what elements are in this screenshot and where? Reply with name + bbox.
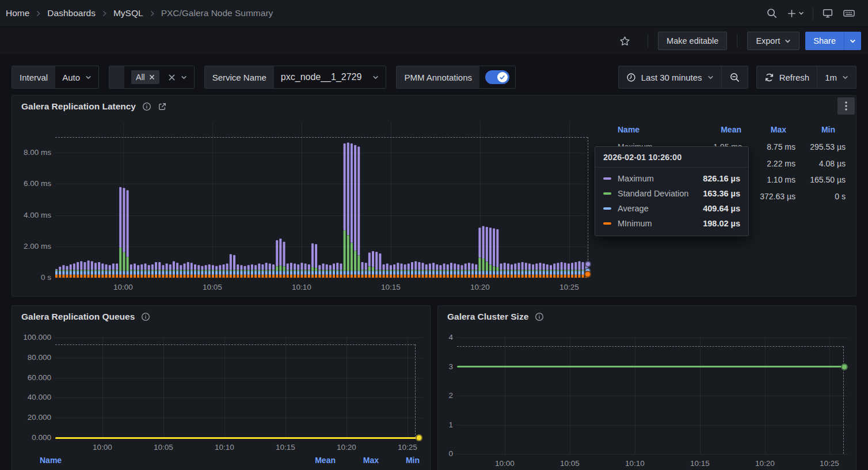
breadcrumb-item: PXC/Galera Node Summary bbox=[161, 8, 273, 18]
panel-title-text: Galera Replication Latency bbox=[21, 101, 136, 112]
x-tick-label: 10:10 bbox=[211, 443, 238, 452]
refresh-group: Refresh 1m bbox=[756, 66, 856, 89]
y-tick-label: 6.00 ms bbox=[12, 179, 51, 188]
star-icon[interactable] bbox=[614, 32, 635, 51]
crosshair-horizontal bbox=[457, 346, 843, 347]
gridline bbox=[347, 338, 347, 438]
variables-bar: Interval Auto All Service Name pxc_node_… bbox=[12, 66, 856, 89]
x-tick-label: 10:10 bbox=[288, 283, 315, 292]
chevron-down-icon bbox=[707, 74, 714, 81]
x-tick-label: 10:20 bbox=[333, 443, 360, 452]
legend-value: 295.53 µs bbox=[759, 142, 846, 151]
divider bbox=[813, 7, 813, 20]
tooltip-series-value: 409.64 µs bbox=[703, 204, 740, 213]
gridline bbox=[569, 122, 570, 278]
legend-value: 165.50 µs bbox=[759, 175, 846, 184]
clear-all-icon bbox=[168, 74, 176, 81]
crosshair-horizontal bbox=[55, 137, 588, 138]
service-name-filter: Service Name pxc_node__1_2729 bbox=[204, 66, 387, 89]
legend-header-min[interactable]: Min bbox=[351, 456, 420, 465]
refresh-interval-select[interactable]: 1m bbox=[817, 66, 856, 88]
x-tick-label: 10:00 bbox=[491, 459, 519, 468]
panel-title-text: Galera Replication Queues bbox=[21, 312, 135, 322]
breadcrumb-item[interactable]: Home bbox=[6, 8, 29, 18]
gridline bbox=[102, 338, 103, 438]
pmm-annotations-toggle[interactable] bbox=[485, 70, 509, 84]
gridline bbox=[224, 338, 225, 438]
gridline bbox=[765, 338, 766, 454]
gridline bbox=[457, 454, 848, 454]
chevron-right-icon bbox=[35, 10, 42, 17]
share-split-button: Share bbox=[805, 32, 861, 50]
gridline bbox=[302, 122, 302, 278]
time-range-picker[interactable]: Last 30 minutes bbox=[619, 66, 721, 88]
refresh-button[interactable]: Refresh bbox=[757, 66, 817, 88]
top-nav: HomeDashboardsMySQLPXC/Galera Node Summa… bbox=[0, 0, 868, 27]
kebab-menu-icon[interactable] bbox=[837, 97, 855, 115]
monitor-icon[interactable] bbox=[817, 4, 838, 22]
interval-select[interactable]: Auto bbox=[55, 66, 98, 88]
info-icon[interactable] bbox=[141, 312, 150, 321]
y-tick-label: 0 bbox=[438, 449, 453, 458]
cluster-label bbox=[109, 66, 124, 88]
make-editable-button[interactable]: Make editable bbox=[658, 32, 727, 50]
service-name-select[interactable]: pxc_node__1_2729 bbox=[274, 66, 386, 88]
keyboard-icon[interactable] bbox=[838, 4, 860, 22]
info-icon[interactable] bbox=[535, 312, 544, 321]
gridline bbox=[505, 338, 505, 454]
gridline bbox=[55, 378, 422, 378]
y-tick-label: 20.000 bbox=[12, 413, 51, 422]
check-icon bbox=[499, 74, 505, 81]
tooltip-series-label: Average bbox=[618, 204, 649, 213]
queues-chart-plot[interactable] bbox=[55, 338, 422, 438]
share-menu-button[interactable] bbox=[844, 32, 861, 50]
breadcrumb-item[interactable]: MySQL bbox=[113, 8, 143, 18]
y-tick-label: 4 bbox=[438, 333, 453, 342]
share-button[interactable]: Share bbox=[805, 32, 844, 50]
info-icon[interactable] bbox=[142, 102, 151, 111]
zoom-out-button[interactable] bbox=[722, 66, 748, 88]
breadcrumb-item[interactable]: Dashboards bbox=[47, 8, 96, 18]
y-tick-label: 0.000 bbox=[12, 433, 51, 442]
tooltip-row: Maximum 826.16 µs bbox=[603, 174, 740, 183]
tooltip-row: MInimum 198.02 µs bbox=[603, 219, 740, 228]
legend-header-name[interactable]: Name bbox=[40, 456, 62, 465]
latency-chart-plot[interactable] bbox=[55, 122, 589, 278]
gridline bbox=[391, 122, 391, 278]
hover-point-maximum bbox=[585, 261, 591, 267]
close-icon bbox=[149, 74, 155, 80]
chevron-down-icon bbox=[372, 74, 379, 81]
external-link-icon[interactable] bbox=[158, 102, 167, 111]
gridline bbox=[55, 247, 589, 247]
legend-value: 0 s bbox=[759, 192, 846, 201]
y-tick-label: 60.000 bbox=[12, 373, 51, 382]
panel-title[interactable]: Galera Cluster Size bbox=[447, 312, 544, 322]
time-controls: Last 30 minutes Refresh 1m bbox=[618, 66, 856, 89]
search-icon[interactable] bbox=[762, 4, 782, 22]
y-tick-label: 8.00 ms bbox=[12, 148, 51, 157]
gridline bbox=[55, 338, 422, 338]
pmm-annotations-label: PMM Annotations bbox=[397, 66, 479, 88]
cluster-select[interactable]: All bbox=[124, 66, 194, 88]
crosshair-vertical bbox=[415, 344, 416, 438]
gridline bbox=[457, 425, 848, 426]
panel-title[interactable]: Galera Replication Latency bbox=[21, 101, 167, 112]
cluster-chip-all[interactable]: All bbox=[131, 70, 159, 84]
nav-icons bbox=[762, 4, 860, 22]
hover-point-minimum bbox=[584, 271, 591, 278]
refresh-icon bbox=[764, 73, 774, 82]
gridline bbox=[123, 122, 124, 278]
add-button[interactable] bbox=[782, 5, 809, 22]
series-swatch bbox=[603, 222, 611, 225]
export-button[interactable]: Export bbox=[747, 32, 800, 50]
legend-header-min[interactable]: Min bbox=[755, 125, 835, 134]
panel-title[interactable]: Galera Replication Queues bbox=[21, 312, 150, 322]
legend-header-name[interactable]: Name bbox=[618, 125, 639, 134]
tooltip-row: Standard Deviation 163.36 µs bbox=[603, 189, 740, 198]
divider bbox=[737, 35, 737, 47]
x-tick-label: 10:10 bbox=[621, 459, 649, 468]
y-tick-label: 2 bbox=[438, 391, 453, 400]
chevron-right-icon bbox=[101, 10, 108, 17]
pmm-annotations-control: PMM Annotations bbox=[396, 66, 516, 89]
chevron-down-icon bbox=[785, 38, 791, 44]
